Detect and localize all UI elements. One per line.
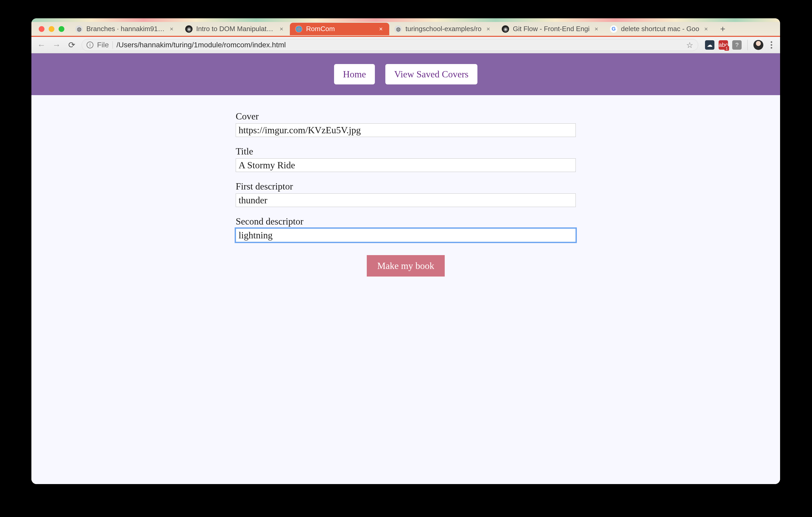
tab-git-flow[interactable]: ◉ Git Flow - Front-End Engi × [496,23,605,35]
globe-icon: 🌐 [295,25,302,33]
github-icon: ◍ [75,25,83,33]
tab-label: delete shortcut mac - Goo [621,25,699,33]
title-input[interactable] [236,158,576,172]
field-title: Title [236,146,576,172]
minimize-window-button[interactable] [49,26,54,32]
close-icon[interactable]: × [593,26,600,32]
tab-branches[interactable]: ◍ Branches · hannakim91/ro × [70,23,180,35]
extension-badge: 1 [724,46,729,51]
extension-icons: ☁ abc 1 ? [703,40,775,50]
back-button[interactable]: ← [36,40,47,50]
separator [747,40,748,50]
maximize-window-button[interactable] [59,26,64,32]
desc1-input[interactable] [236,193,576,207]
extension-dictionary-icon[interactable]: abc 1 [719,40,728,50]
page-header: Home View Saved Covers [31,53,780,95]
tab-turingschool-examples[interactable]: ◍ turingschool-examples/ro × [389,23,496,35]
window-controls [34,26,70,32]
cover-input[interactable] [236,123,576,137]
titlebar-decoration [31,18,780,22]
bookmark-icon[interactable]: ☆ [686,40,693,50]
close-icon[interactable]: × [278,26,285,32]
browser-window: ◍ Branches · hannakim91/ro × ◉ Intro to … [31,18,780,484]
forward-button[interactable]: → [51,40,62,50]
close-icon[interactable]: × [703,26,709,32]
cover-label: Cover [236,111,576,122]
close-icon[interactable]: × [169,26,175,32]
tab-intro-dom[interactable]: ◉ Intro to DOM Manipulation × [180,23,290,35]
google-icon: G [610,25,617,33]
home-button[interactable]: Home [334,64,375,84]
address-bar[interactable]: i File /Users/hannakim/turing/1module/ro… [82,39,698,51]
page-viewport: Home View Saved Covers Cover Title First… [31,53,780,484]
field-cover: Cover [236,111,576,137]
desc2-input[interactable] [236,229,576,242]
tab-strip: ◍ Branches · hannakim91/ro × ◉ Intro to … [31,22,780,36]
tab-label: Git Flow - Front-End Engi [513,25,589,33]
tab-romcom[interactable]: 🌐 RomCom × [290,23,389,35]
extension-cloud-icon[interactable]: ☁ [705,40,715,50]
desc2-label: Second descriptor [236,216,576,227]
url-path: /Users/hannakim/turing/1module/romcom/in… [116,41,683,49]
extension-help-icon[interactable]: ? [732,40,742,50]
turing-icon: ◉ [185,25,193,33]
browser-menu-button[interactable] [767,41,775,49]
tab-label: Intro to DOM Manipulation [196,25,275,33]
tab-label: Branches · hannakim91/ro [86,25,165,33]
field-desc2: Second descriptor [236,216,576,242]
reload-button[interactable]: ⟳ [66,40,77,50]
url-scheme: File [97,41,109,49]
field-desc1: First descriptor [236,181,576,207]
close-icon[interactable]: × [378,26,384,32]
cover-form: Cover Title First descriptor Second desc… [225,111,586,277]
site-info-icon[interactable]: i [87,41,93,48]
close-window-button[interactable] [39,26,45,32]
new-tab-button[interactable]: + [717,23,729,35]
turing-icon: ◉ [502,25,509,33]
submit-row: Make my book [236,255,576,277]
profile-avatar[interactable] [753,40,763,50]
browser-toolbar: ← → ⟳ i File /Users/hannakim/turing/1mod… [31,36,780,53]
tab-delete-shortcut[interactable]: G delete shortcut mac - Goo × [605,23,715,35]
close-icon[interactable]: × [485,26,491,32]
view-saved-covers-button[interactable]: View Saved Covers [385,64,477,84]
make-my-book-button[interactable]: Make my book [367,255,445,277]
desc1-label: First descriptor [236,181,576,192]
tab-label: RomCom [306,25,374,33]
tab-label: turingschool-examples/ro [405,25,481,33]
title-label: Title [236,146,576,157]
github-icon: ◍ [395,25,402,33]
